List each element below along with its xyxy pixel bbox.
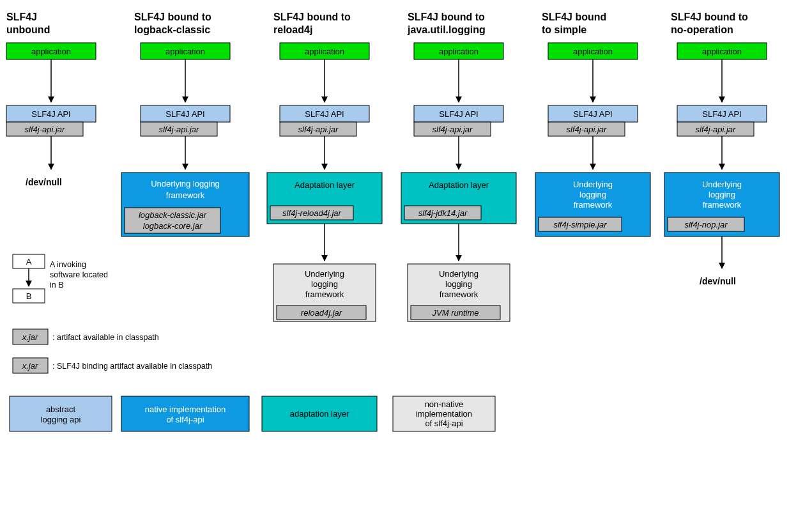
adaptation-label: Adaptation layer (429, 180, 489, 190)
col-logback: SLF4J bound to logback-classic applicati… (121, 12, 249, 236)
legend-b: B (26, 291, 32, 301)
legend-adapt: adaptation layer (290, 409, 349, 419)
title: SLF4J bound (542, 12, 606, 22)
title-2: reload4j (273, 24, 312, 35)
title-2: java.util.logging (407, 24, 486, 35)
slf4j-api-jar-label: slf4j-api.jar (25, 125, 66, 134)
adaptation-jar-label: slf4j-reload4j.jar (282, 208, 341, 218)
slf4j-api-label: SLF4J API (305, 109, 344, 119)
application-label: application (31, 47, 71, 56)
legend-xjar: x.jar (22, 332, 38, 342)
slf4j-api-label: SLF4J API (573, 109, 612, 119)
title: SLF4J bound to (273, 12, 351, 22)
application-label: application (165, 47, 205, 56)
title: SLF4J bound to (134, 12, 211, 22)
slf4j-api-label: SLF4J API (165, 109, 204, 119)
title: SLF4J bound to (671, 12, 748, 22)
legend-native-1: native implementation (145, 405, 226, 414)
ul-2: logging (709, 190, 735, 199)
legend-binding: : SLF4J binding artifact available in cl… (52, 362, 212, 371)
col-simple: SLF4J bound to simple application SLF4J … (535, 12, 650, 236)
application-label: application (573, 47, 613, 56)
slf4j-api-jar-label: slf4j-api.jar (696, 125, 737, 134)
legend-a: A (26, 257, 32, 266)
legend-artifact: : artifact available in classpath (52, 333, 159, 342)
col-nop: SLF4J bound to no-operation application … (664, 12, 779, 286)
application-label: application (439, 47, 479, 56)
devnull-label: /dev/null (700, 276, 736, 286)
col-reload4j: SLF4J bound to reload4j application SLF4… (267, 12, 382, 321)
underlying-jar-label: reload4j.jar (301, 308, 342, 318)
ul-3: framework (305, 289, 344, 299)
slf4j-api-jar-label: slf4j-api.jar (433, 125, 473, 134)
legend-invoke-1: A invoking (50, 260, 86, 269)
slf4j-api-label: SLF4J API (702, 109, 741, 119)
slf4j-api-label: SLF4J API (439, 109, 478, 119)
title-2: logback-classic (134, 24, 210, 35)
title: SLF4J (6, 12, 37, 22)
legend-native-2: of slf4j-api (166, 415, 204, 424)
title-2: to simple (542, 24, 586, 35)
slf4j-bindings-diagram: SLF4J unbound application SLF4J API slf4… (0, 0, 812, 517)
ul-1: Underlying (573, 180, 613, 189)
legend-nonnative-3: of slf4j-api (425, 419, 463, 428)
slf4j-api-jar-label: slf4j-api.jar (567, 125, 608, 134)
underlying-jar-2: logback-core.jar (143, 221, 203, 231)
ul-1: Underlying (305, 269, 344, 279)
underlying-jar-label: slf4j-simple.jar (553, 220, 607, 229)
ul-2: logging (311, 279, 338, 289)
adaptation-label: Adaptation layer (295, 180, 355, 190)
underlying-jar-label: slf4j-nop.jar (684, 220, 728, 229)
legend-invoke-2: software located (50, 270, 108, 279)
slf4j-api-label: SLF4J API (31, 109, 70, 119)
legend-invoke-3: in B (50, 281, 64, 289)
legend-abstract-2: logging api (41, 415, 81, 424)
underlying-label-2: framework (166, 190, 205, 200)
col-jul: SLF4J bound to java.util.logging applica… (401, 12, 516, 321)
application-label: application (702, 47, 742, 56)
ul-3: framework (440, 289, 479, 299)
underlying-jar-label: JVM runtime (432, 308, 479, 318)
legend-nonnative-1: non-native (425, 399, 464, 409)
ul-3: framework (703, 200, 742, 210)
ul-2: logging (579, 190, 606, 199)
slf4j-api-jar-label: slf4j-api.jar (298, 125, 339, 134)
devnull-label: /dev/null (26, 177, 62, 187)
underlying-label-1: Underlying logging (151, 179, 220, 189)
slf4j-api-jar-label: slf4j-api.jar (159, 125, 200, 134)
application-label: application (305, 47, 344, 56)
underlying-jar-1: logback-classic.jar (139, 210, 207, 220)
legend-abstract-1: abstract (46, 405, 76, 414)
title-2: no-operation (671, 24, 733, 35)
title-2: unbound (6, 24, 50, 35)
legend-xjar-binding: x.jar (22, 361, 38, 371)
legend-nonnative-2: implementation (416, 409, 472, 419)
ul-2: logging (445, 279, 472, 289)
adaptation-jar-label: slf4j-jdk14.jar (418, 208, 468, 218)
ul-1: Underlying (702, 180, 742, 189)
col-unbound: SLF4J unbound application SLF4J API slf4… (6, 12, 96, 187)
ul-3: framework (574, 200, 613, 210)
title: SLF4J bound to (408, 12, 485, 22)
ul-1: Underlying (439, 269, 479, 279)
